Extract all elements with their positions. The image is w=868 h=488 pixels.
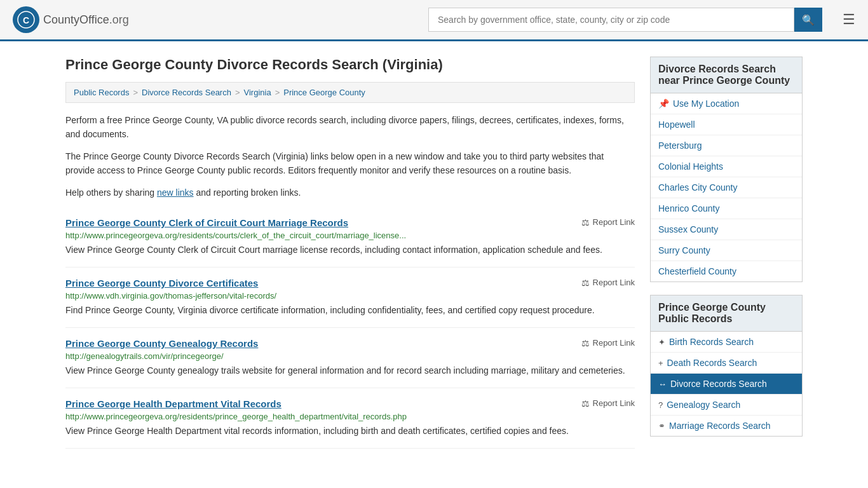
report-icon-1: ⚖: [581, 217, 590, 227]
result-url-3: http://genealogytrails.com/vir/princegeo…: [65, 351, 635, 361]
nearby-link[interactable]: Colonial Heights: [658, 161, 723, 172]
result-desc-3: View Prince George County genealogy trai…: [65, 364, 635, 377]
result-item: Prince George County Clerk of Circuit Co…: [65, 207, 635, 268]
result-header: Prince George County Divorce Certificate…: [65, 278, 635, 288]
menu-button[interactable]: ☰: [843, 13, 855, 27]
result-title-link[interactable]: Prince George County Clerk of Circuit Co…: [65, 217, 348, 228]
result-item: Prince George Health Department Vital Re…: [65, 388, 635, 449]
nearby-title: Divorce Records Search near Prince Georg…: [650, 57, 803, 93]
result-header: Prince George Health Department Vital Re…: [65, 398, 635, 409]
svg-text:C: C: [23, 15, 29, 25]
result-url-4: http://www.princegeorgeva.org/residents/…: [65, 412, 635, 421]
result-url-1: http://www.princegeorgeva.org/residents/…: [65, 231, 635, 240]
divorce-icon: ↔: [658, 379, 667, 389]
report-icon-4: ⚖: [581, 398, 590, 409]
nearby-section: Divorce Records Search near Prince Georg…: [650, 57, 803, 282]
breadcrumb-virginia[interactable]: Virginia: [244, 88, 271, 97]
result-title-link[interactable]: Prince George Health Department Vital Re…: [65, 398, 281, 409]
nearby-link[interactable]: Charles City County: [658, 182, 738, 193]
search-bar-wrapper: 🔍: [428, 8, 822, 32]
nearby-colonial-heights[interactable]: Colonial Heights: [651, 156, 802, 177]
marriage-records-link[interactable]: Marriage Records Search: [669, 421, 771, 431]
use-my-location-item[interactable]: 📌 Use My Location: [651, 93, 802, 114]
breadcrumb-sep-2: >: [235, 88, 240, 97]
report-icon-2: ⚖: [581, 278, 590, 288]
birth-records-item[interactable]: ✦ Birth Records Search: [651, 332, 802, 353]
divorce-records-link[interactable]: Divorce Records Search: [670, 379, 767, 389]
search-button[interactable]: 🔍: [794, 8, 822, 32]
genealogy-icon: ?: [658, 400, 663, 410]
report-icon-3: ⚖: [581, 338, 590, 348]
description-1: Perform a free Prince George County, VA …: [65, 113, 635, 142]
page-title: Prince George County Divorce Records Sea…: [65, 57, 635, 73]
genealogy-item[interactable]: ? Genealogy Search: [651, 395, 802, 416]
main-container: Prince George County Divorce Records Sea…: [53, 41, 815, 464]
public-records-list: ✦ Birth Records Search + Death Records S…: [650, 332, 803, 437]
breadcrumb-divorce-records[interactable]: Divorce Records Search: [142, 88, 231, 97]
logo-icon: C: [13, 6, 39, 33]
breadcrumb-sep-1: >: [133, 88, 138, 97]
public-records-section: Prince George County Public Records ✦ Bi…: [650, 295, 803, 437]
report-link-4[interactable]: ⚖ Report Link: [581, 398, 635, 409]
breadcrumb: Public Records > Divorce Records Search …: [65, 82, 635, 103]
report-link-2[interactable]: ⚖ Report Link: [581, 278, 635, 288]
death-records-link[interactable]: Death Records Search: [667, 358, 757, 368]
nearby-link[interactable]: Petersburg: [658, 140, 702, 151]
divorce-records-item[interactable]: ↔ Divorce Records Search: [651, 374, 802, 395]
location-icon: 📌: [658, 98, 669, 109]
nearby-sussex[interactable]: Sussex County: [651, 219, 802, 240]
report-link-3[interactable]: ⚖ Report Link: [581, 338, 635, 348]
sidebar: Divorce Records Search near Prince Georg…: [650, 57, 803, 449]
nearby-list: 📌 Use My Location Hopewell Petersburg Co…: [650, 93, 803, 282]
public-records-title: Prince George County Public Records: [650, 295, 803, 332]
result-desc-1: View Prince George County Clerk of Circu…: [65, 243, 635, 257]
logo-link[interactable]: C CountyOffice.org: [13, 6, 129, 33]
search-input[interactable]: [428, 8, 794, 32]
result-header: Prince George County Clerk of Circuit Co…: [65, 217, 635, 228]
result-header: Prince George County Genealogy Records ⚖…: [65, 338, 635, 349]
breadcrumb-public-records[interactable]: Public Records: [74, 88, 129, 97]
birth-icon: ✦: [658, 337, 665, 347]
nearby-henrico[interactable]: Henrico County: [651, 198, 802, 219]
genealogy-link[interactable]: Genealogy Search: [667, 400, 740, 410]
marriage-records-item[interactable]: ⚭ Marriage Records Search: [651, 416, 802, 436]
nearby-surry[interactable]: Surry County: [651, 240, 802, 261]
result-item: Prince George County Divorce Certificate…: [65, 268, 635, 328]
description-3: Help others by sharing new links and rep…: [65, 186, 635, 200]
result-url-2: http://www.vdh.virginia.gov/thomas-jeffe…: [65, 291, 635, 301]
description-2: The Prince George County Divorce Records…: [65, 149, 635, 178]
site-header: C CountyOffice.org 🔍 ☰: [0, 0, 868, 41]
result-title-link[interactable]: Prince George County Divorce Certificate…: [65, 278, 258, 288]
results-list: Prince George County Clerk of Circuit Co…: [65, 207, 635, 449]
nearby-hopewell[interactable]: Hopewell: [651, 114, 802, 135]
report-link-1[interactable]: ⚖ Report Link: [581, 217, 635, 227]
nearby-link[interactable]: Hopewell: [658, 119, 695, 130]
result-desc-2: Find Prince George County, Virginia divo…: [65, 304, 635, 317]
left-content: Prince George County Divorce Records Sea…: [65, 57, 635, 449]
use-my-location-link[interactable]: Use My Location: [673, 98, 739, 109]
death-icon: +: [658, 358, 663, 368]
nearby-chesterfield[interactable]: Chesterfield County: [651, 261, 802, 281]
nearby-petersburg[interactable]: Petersburg: [651, 135, 802, 156]
marriage-icon: ⚭: [658, 421, 665, 431]
result-item: Prince George County Genealogy Records ⚖…: [65, 328, 635, 388]
nearby-link[interactable]: Chesterfield County: [658, 266, 736, 276]
logo-text: CountyOffice.org: [43, 13, 129, 27]
nearby-charles-city[interactable]: Charles City County: [651, 177, 802, 198]
result-title-link[interactable]: Prince George County Genealogy Records: [65, 338, 258, 349]
new-links-link[interactable]: new links: [157, 187, 194, 198]
nearby-link[interactable]: Henrico County: [658, 203, 720, 214]
nearby-link[interactable]: Surry County: [658, 245, 710, 255]
birth-records-link[interactable]: Birth Records Search: [669, 337, 754, 347]
breadcrumb-prince-george[interactable]: Prince George County: [283, 88, 365, 97]
nearby-link[interactable]: Sussex County: [658, 224, 718, 234]
death-records-item[interactable]: + Death Records Search: [651, 353, 802, 374]
result-desc-4: View Prince George Health Department vit…: [65, 424, 635, 438]
breadcrumb-sep-3: >: [275, 88, 280, 97]
